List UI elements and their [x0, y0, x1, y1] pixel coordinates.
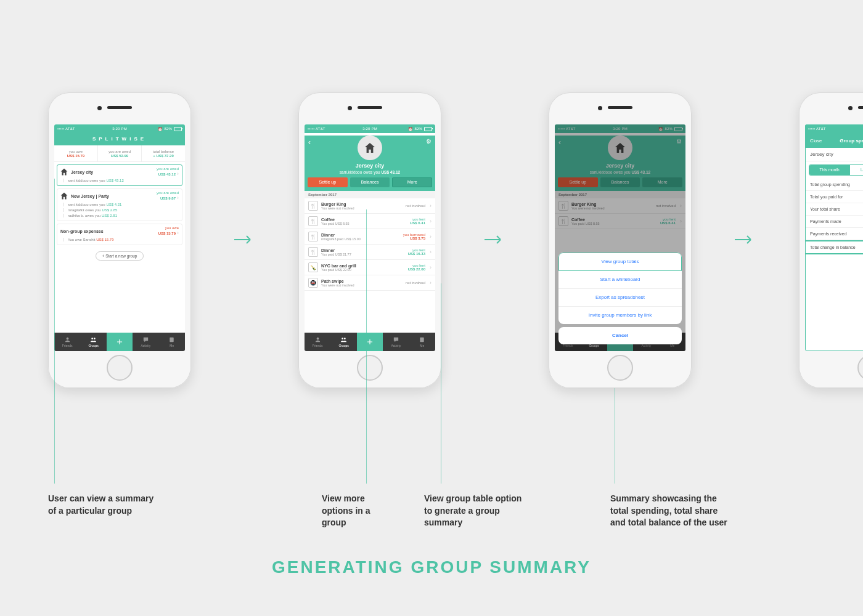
sheet-option[interactable]: View group totals [558, 253, 682, 271]
balances-button[interactable]: Balances [350, 177, 390, 187]
home-button[interactable] [357, 355, 383, 381]
status-bar: ••••• AT&T3:20 PM ⏰82% [305, 124, 435, 133]
status-bar: ••••• AT&T3:20 PM ⏰82% [805, 124, 863, 133]
sheet-option[interactable]: Export as spreadsheet [558, 289, 682, 307]
flow-arrow [735, 234, 756, 245]
home-icon [60, 192, 68, 200]
group-card[interactable]: New Jersey | Party you are owedUS$ 9.87›… [57, 188, 182, 221]
status-bar: ••••• AT&T 3:20 PM ⏰82% [54, 124, 185, 133]
tab-me[interactable]: Me [159, 333, 185, 351]
callout-line [54, 179, 55, 484]
tab-friends[interactable]: Friends [54, 333, 80, 351]
summary-row: Payments receivedUS$ 0.00 [805, 228, 863, 240]
tab-bar: FriendsGroupsActivityMe [305, 333, 435, 351]
svg-rect-3 [170, 338, 174, 342]
sheet-option[interactable]: Start a whiteboard [558, 271, 682, 289]
balance-line: radhika b. owes you US$ 2.81 [60, 214, 179, 217]
start-new-group-button[interactable]: + Start a new group [96, 251, 144, 261]
flow-arrow [485, 234, 505, 245]
svg-point-1 [91, 338, 93, 339]
svg-rect-7 [420, 338, 424, 342]
phone-2: ••••• AT&T3:20 PM ⏰82% ‹ ⚙ Jersey city s… [298, 92, 441, 388]
tab-friends[interactable]: Friends [305, 333, 330, 351]
group-card[interactable]: Jersey city you are owedUS$ 43.12› sani.… [57, 164, 182, 186]
balance-cell: you oweUS$ 15.79 [54, 145, 98, 161]
balance-line: You owe Sanchit US$ 15.79 [60, 238, 179, 241]
phone-3: ••••• AT&T3:20 PM ⏰82% ‹ ⚙ Jersey city s… [549, 92, 692, 388]
category-icon: 🍴 [308, 201, 318, 211]
group-name: Jersey city [805, 148, 863, 161]
svg-point-6 [344, 338, 346, 339]
app-title: SPLITWISE [54, 133, 185, 145]
back-icon[interactable]: ‹ [308, 138, 311, 147]
settle-up-button[interactable]: Settle up [308, 177, 348, 187]
home-icon [60, 168, 68, 176]
home-icon [364, 142, 375, 153]
balance-cell: total balance+ US$ 37.20 [142, 145, 185, 161]
category-icon: 🍴 [308, 216, 318, 226]
category-icon: 🍴 [308, 247, 318, 257]
segment-last month[interactable]: Last month [850, 165, 863, 175]
caption-2: View more options in a group [322, 493, 370, 529]
expense-row[interactable]: 🍴 Burger KingYou were not involved not i… [305, 198, 435, 214]
close-button[interactable]: Close [810, 138, 822, 144]
caption-4: Summary showcasing the total spending, t… [610, 493, 727, 529]
balance-line: mragita93 owes you US$ 2.85 [60, 208, 179, 212]
svg-point-0 [66, 338, 68, 340]
more-button[interactable]: More [392, 177, 432, 187]
time-segment: This monthLast monthAll time [809, 164, 863, 176]
tab-add[interactable] [357, 333, 383, 351]
callout-line [366, 209, 367, 484]
expense-row[interactable]: 🍴 Dinnermragita93 paid US$ 15.00 you bor… [305, 229, 435, 245]
caption-1: User can view a summary of a particular … [48, 493, 153, 517]
summary-row: Your total shareUS$ 14.86 [805, 203, 863, 216]
tab-bar: FriendsGroupsActivityMe [54, 333, 185, 351]
tab-add[interactable] [107, 333, 133, 351]
segment-this month[interactable]: This month [809, 165, 850, 175]
expense-row[interactable]: 🍾 NYC bar and grillYou paid US$ 22.00 yo… [305, 260, 435, 275]
callout-line [615, 388, 615, 484]
balance-summary: you oweUS$ 15.79you are owedUS$ 52.99tot… [54, 145, 185, 162]
gear-icon[interactable]: ⚙ [426, 138, 432, 145]
summary-header: Close Group spending summary [805, 133, 863, 148]
svg-point-2 [94, 338, 96, 339]
category-icon: 🚇 [308, 278, 318, 288]
home-button[interactable] [857, 355, 863, 381]
group-header: ‹ ⚙ Jersey city sani.kiddooo owes you US… [305, 136, 435, 191]
caption-3: View group table option to gnerate a gro… [424, 493, 521, 529]
tab-activity[interactable]: Activity [383, 333, 409, 351]
summary-row: Total group spendingUS$ 129.15 [805, 179, 863, 191]
balance-line: sani.kiddooo owes you US$ 43.12 [60, 179, 179, 182]
expense-row[interactable]: 🚇 Path swipeYou were not involved not in… [305, 275, 435, 291]
summary-row: Total you paid forUS$ 66.46 [805, 191, 863, 203]
expense-row[interactable]: 🍴 DinnerYou paid US$ 21.77 you lentUS$ 1… [305, 245, 435, 260]
non-group-expenses[interactable]: Non-group expenses you oweUS$ 15.79› You… [57, 224, 182, 245]
balance-cell: you are owedUS$ 52.99 [98, 145, 142, 161]
category-icon: 🍾 [308, 262, 318, 272]
svg-point-5 [342, 338, 343, 339]
callout-line [441, 283, 441, 484]
phone-4: ••••• AT&T3:20 PM ⏰82% Close Group spend… [799, 92, 863, 388]
total-change-row: Total change in balanceUS$ 51.60 [805, 240, 863, 254]
tab-groups[interactable]: Groups [80, 333, 106, 351]
svg-point-4 [316, 338, 319, 340]
sheet-option[interactable]: Invite group members by link [558, 307, 682, 324]
group-avatar [358, 136, 382, 160]
page-title: GENERATING GROUP SUMMARY [0, 557, 863, 577]
home-button[interactable] [107, 355, 133, 381]
summary-row: Payments madeUS$ 0.00 [805, 216, 863, 228]
flow-arrow [234, 234, 255, 245]
home-button[interactable] [607, 355, 633, 381]
balance-line: sani.kiddooo owes you US$ 4.21 [60, 203, 179, 206]
section-header: September 2017 [305, 191, 435, 198]
tab-activity[interactable]: Activity [133, 333, 158, 351]
tab-me[interactable]: Me [409, 333, 435, 351]
action-sheet: View group totalsStart a whiteboardExpor… [558, 253, 682, 347]
tab-groups[interactable]: Groups [330, 333, 356, 351]
sheet-cancel-button[interactable]: Cancel [558, 327, 682, 344]
phone-1: ••••• AT&T 3:20 PM ⏰82% SPLITWISE you ow… [48, 92, 191, 388]
category-icon: 🍴 [308, 232, 318, 241]
expense-row[interactable]: 🍴 CoffeeYou paid US$ 8.55 you lentUS$ 6.… [305, 214, 435, 229]
